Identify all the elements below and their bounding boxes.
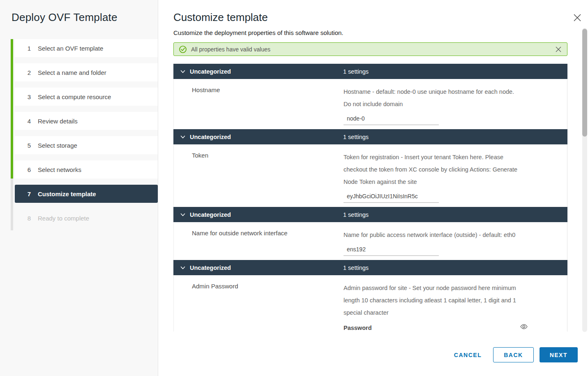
chevron-down-icon[interactable] <box>180 69 186 74</box>
scrollbar-thumb[interactable] <box>582 29 587 137</box>
hostname-input[interactable] <box>344 115 439 125</box>
progress-rail-complete <box>11 39 13 179</box>
step-number: 5 <box>24 142 34 149</box>
step-label: Select networks <box>38 166 81 173</box>
property-label: Hostname <box>174 86 344 129</box>
token-input[interactable] <box>344 193 439 203</box>
progress-rail-remaining <box>11 179 13 230</box>
step-label: Select a name and folder <box>38 69 106 76</box>
outside-interface-input[interactable] <box>344 246 439 256</box>
step-label: Customize template <box>38 190 96 197</box>
step-number: 6 <box>24 166 34 173</box>
sidebar-step-select-compute-resource[interactable]: 3 Select a compute resource <box>15 88 158 106</box>
section-title: Uncategorized <box>190 134 231 140</box>
step-label: Select a compute resource <box>38 93 111 100</box>
properties-list: Uncategorized 1 settings Hostname Hostna… <box>173 64 567 332</box>
property-description: Token for registration - Insert your ten… <box>344 151 553 188</box>
wizard-sidebar: Deploy OVF Template 1 Select an OVF temp… <box>0 0 158 376</box>
section-title: Uncategorized <box>190 211 231 218</box>
property-row-admin-password: Admin Password Admin password for site -… <box>173 275 567 332</box>
property-label: Admin Password <box>174 282 344 332</box>
password-field-label: Password <box>344 324 420 331</box>
section-header-uncategorized-2[interactable]: Uncategorized 1 settings <box>173 129 567 144</box>
wizard-footer: CANCEL BACK NEXT <box>448 347 578 362</box>
section-settings-count: 1 settings <box>343 68 369 75</box>
customize-template-panel: Customize template Customize the deploym… <box>159 0 588 376</box>
step-number: 4 <box>24 118 34 125</box>
step-label: Review details <box>38 118 78 125</box>
vertical-scrollbar[interactable] <box>582 28 587 332</box>
sidebar-step-customize-template[interactable]: 7 Customize template <box>15 185 158 203</box>
property-row-outside-interface: Name for outside network interface Name … <box>173 222 567 260</box>
wizard-title: Deploy OVF Template <box>12 11 118 24</box>
step-number: 2 <box>24 69 34 76</box>
chevron-down-icon[interactable] <box>180 265 186 271</box>
property-label: Token <box>174 151 344 207</box>
sidebar-step-ready-to-complete: 8 Ready to complete <box>15 209 158 227</box>
step-number: 8 <box>24 215 34 222</box>
property-description: Admin password for site - Set your node … <box>344 282 553 319</box>
section-header-uncategorized-3[interactable]: Uncategorized 1 settings <box>173 207 567 222</box>
validation-banner: All properties have valid values <box>173 42 567 56</box>
sidebar-step-select-ovf-template[interactable]: 1 Select an OVF template <box>15 39 158 57</box>
validation-banner-text: All properties have valid values <box>191 46 270 53</box>
step-label: Ready to complete <box>38 215 89 222</box>
sidebar-step-select-storage[interactable]: 5 Select storage <box>15 136 158 154</box>
property-row-hostname: Hostname Hostname - default: node-0 use … <box>173 79 567 129</box>
sidebar-step-select-networks[interactable]: 6 Select networks <box>15 160 158 179</box>
section-settings-count: 1 settings <box>343 134 369 140</box>
close-icon[interactable] <box>572 13 582 23</box>
sidebar-step-select-name-folder[interactable]: 2 Select a name and folder <box>15 63 158 81</box>
section-header-uncategorized-4[interactable]: Uncategorized 1 settings <box>173 260 567 275</box>
cancel-button[interactable]: CANCEL <box>448 347 487 362</box>
sidebar-step-review-details[interactable]: 4 Review details <box>15 112 158 130</box>
section-title: Uncategorized <box>190 68 231 75</box>
chevron-down-icon[interactable] <box>180 134 186 140</box>
property-description: Hostname - default: node-0 use unique ho… <box>344 86 553 110</box>
page-subtitle: Customize the deployment properties of t… <box>173 29 344 36</box>
check-circle-icon <box>179 46 187 53</box>
show-password-eye-icon[interactable] <box>520 323 528 330</box>
step-label: Select storage <box>38 142 77 149</box>
back-button[interactable]: BACK <box>493 347 533 362</box>
step-label: Select an OVF template <box>38 45 103 52</box>
wizard-steps: 1 Select an OVF template 2 Select a name… <box>11 39 158 233</box>
chevron-down-icon[interactable] <box>180 212 186 218</box>
step-number: 7 <box>24 190 34 197</box>
property-row-token: Token Token for registration - Insert yo… <box>173 144 567 207</box>
next-button[interactable]: NEXT <box>540 347 578 362</box>
property-description: Name for public access network interface… <box>344 229 553 241</box>
step-number: 1 <box>24 45 34 52</box>
section-settings-count: 1 settings <box>343 265 369 271</box>
banner-dismiss-icon[interactable] <box>555 46 562 53</box>
property-label: Name for outside network interface <box>174 229 344 260</box>
section-header-uncategorized-1[interactable]: Uncategorized 1 settings <box>173 64 567 79</box>
section-settings-count: 1 settings <box>343 211 369 218</box>
step-number: 3 <box>24 93 34 100</box>
password-input[interactable] <box>420 324 530 332</box>
page-title: Customize template <box>173 11 268 24</box>
section-title: Uncategorized <box>190 265 231 271</box>
